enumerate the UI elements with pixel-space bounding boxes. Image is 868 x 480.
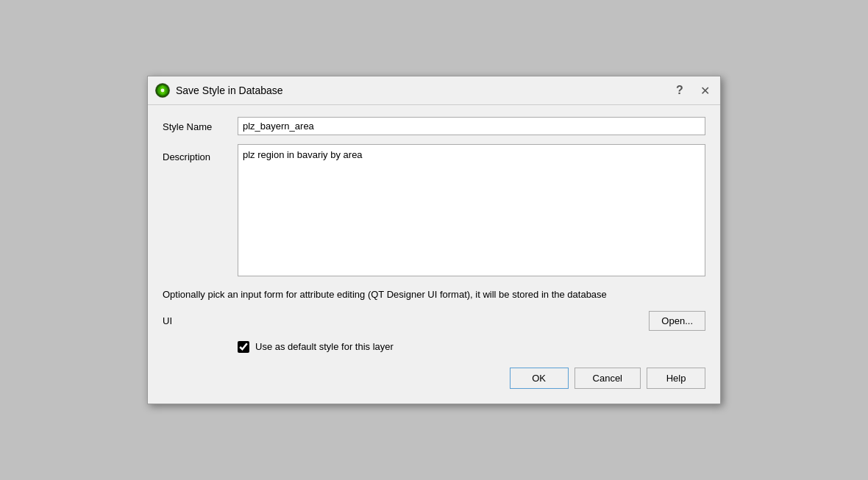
style-name-row: Style Name (163, 117, 705, 135)
qgis-logo-icon (155, 83, 170, 98)
svg-point-2 (161, 89, 165, 93)
default-style-checkbox[interactable] (238, 341, 249, 353)
style-name-input[interactable] (238, 117, 705, 135)
ui-row: UI Open... (163, 311, 705, 331)
description-label: Description (163, 144, 229, 162)
info-text: Optionally pick an input form for attrib… (163, 287, 705, 302)
ui-label: UI (163, 315, 229, 326)
description-textarea[interactable]: plz region in bavariy by area (238, 144, 705, 276)
close-button[interactable]: ✕ (697, 82, 713, 98)
checkbox-row: Use as default style for this layer (238, 341, 705, 353)
checkbox-label: Use as default style for this layer (255, 341, 394, 352)
button-row: OK Cancel Help (163, 365, 705, 392)
ok-button[interactable]: OK (510, 368, 569, 389)
title-bar-controls: ? ✕ (672, 82, 713, 98)
dialog-title: Save Style in Database (176, 85, 666, 96)
open-button[interactable]: Open... (649, 311, 705, 331)
cancel-button[interactable]: Cancel (574, 368, 641, 389)
description-wrap: plz region in bavariy by area (238, 144, 705, 279)
style-name-wrap (238, 117, 705, 135)
dialog-body: Style Name Description plz region in bav… (148, 105, 720, 404)
title-bar: Save Style in Database ? ✕ (148, 76, 720, 105)
help-button[interactable]: Help (647, 368, 705, 389)
description-row: Description plz region in bavariy by are… (163, 144, 705, 279)
save-style-dialog: Save Style in Database ? ✕ Style Name De… (147, 76, 721, 404)
style-name-label: Style Name (163, 117, 229, 132)
help-icon[interactable]: ? (672, 82, 688, 98)
